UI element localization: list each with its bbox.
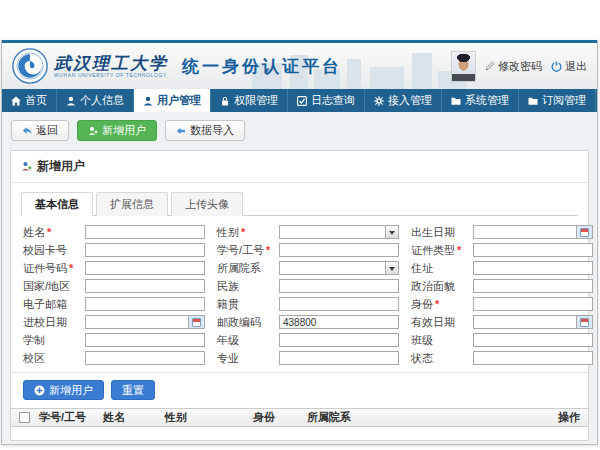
- nav-tab[interactable]: 接入管理: [365, 89, 442, 112]
- nav-tab-label: 订阅管理: [542, 93, 586, 108]
- input-control: [85, 243, 205, 257]
- change-password-label: 修改密码: [498, 59, 542, 74]
- submit-label: 新增用户: [49, 383, 93, 398]
- input-control: [85, 315, 205, 329]
- reset-button[interactable]: 重置: [111, 380, 155, 400]
- nav-tab[interactable]: 权限管理: [211, 89, 288, 112]
- text-input[interactable]: [280, 226, 385, 238]
- home-icon: [11, 96, 21, 106]
- text-input[interactable]: [86, 262, 204, 274]
- tab[interactable]: 上传头像: [171, 192, 243, 216]
- field-label: 证件类型*: [411, 243, 473, 258]
- submit-add-user-button[interactable]: 新增用户: [23, 380, 104, 400]
- text-input[interactable]: [474, 334, 592, 346]
- text-input[interactable]: [280, 316, 398, 328]
- add-user-section-icon: [21, 161, 32, 172]
- form-field: 年级: [217, 333, 399, 347]
- text-input[interactable]: [86, 226, 204, 238]
- text-input[interactable]: [86, 280, 204, 292]
- data-import-button[interactable]: 数据导入: [165, 120, 245, 141]
- nav-tab-label: 用户管理: [157, 93, 201, 108]
- nav-tab[interactable]: 系统管理: [442, 89, 519, 112]
- table-header-cell: 所属院系: [307, 410, 544, 425]
- field-label: 进校日期: [23, 315, 85, 330]
- text-input[interactable]: [474, 316, 576, 328]
- nav-tab[interactable]: 个人信息: [57, 89, 134, 112]
- field-label-text: 学号/工号: [217, 244, 264, 256]
- import-arrow-icon: [176, 126, 186, 136]
- tab[interactable]: 扩展信息: [96, 192, 168, 216]
- select-control: [279, 261, 399, 275]
- text-input[interactable]: [280, 280, 398, 292]
- text-input[interactable]: [86, 298, 204, 310]
- add-user-toolbar-button[interactable]: 新增用户: [77, 120, 157, 141]
- field-label: 政治面貌: [411, 279, 473, 294]
- calendar-button[interactable]: [576, 226, 592, 238]
- select-all-checkbox[interactable]: [19, 412, 30, 423]
- field-label-text: 民族: [217, 280, 239, 292]
- back-button[interactable]: 返回: [11, 120, 69, 141]
- nav-tab-label: 系统管理: [465, 93, 509, 108]
- nav-tab[interactable]: 日志查询: [288, 89, 365, 112]
- university-logo-icon: [12, 48, 48, 84]
- required-asterisk: *: [69, 262, 73, 274]
- toolbar: 返回 新增用户 数据导入: [2, 112, 597, 150]
- field-label: 校区: [23, 351, 85, 366]
- text-input[interactable]: [280, 262, 385, 274]
- field-label: 班级: [411, 333, 473, 348]
- text-input[interactable]: [280, 352, 398, 364]
- nav-tab-label: 权限管理: [234, 93, 278, 108]
- text-input[interactable]: [474, 244, 592, 256]
- nav-tab[interactable]: 首页: [2, 89, 57, 112]
- text-input[interactable]: [280, 244, 398, 256]
- required-asterisk: *: [266, 244, 270, 256]
- folder-icon: [451, 96, 461, 106]
- text-input[interactable]: [280, 334, 398, 346]
- nav-tab[interactable]: 订阅管理: [519, 89, 596, 112]
- input-control: [473, 315, 593, 329]
- form-field: 性别*: [217, 225, 399, 239]
- form-field: 证件类型*: [411, 243, 593, 257]
- input-control: [473, 243, 593, 257]
- field-label-text: 校园卡号: [23, 244, 67, 256]
- text-input[interactable]: [86, 334, 204, 346]
- field-label-text: 政治面貌: [411, 280, 455, 292]
- text-input[interactable]: [86, 316, 188, 328]
- field-label-text: 证件号码: [23, 262, 67, 274]
- tab[interactable]: 基本信息: [21, 192, 93, 216]
- field-label: 学制: [23, 333, 85, 348]
- nav-tab[interactable]: 用户管理: [134, 89, 211, 112]
- form-field: 专业: [217, 351, 399, 365]
- text-input[interactable]: [280, 298, 398, 310]
- field-label: 身份*: [411, 297, 473, 312]
- dropdown-arrow-icon[interactable]: [385, 226, 398, 238]
- text-input[interactable]: [474, 298, 592, 310]
- back-arrow-icon: [22, 126, 32, 136]
- calendar-button[interactable]: [188, 316, 204, 328]
- logout-link[interactable]: 退出: [551, 59, 587, 74]
- field-label-text: 住址: [411, 262, 433, 274]
- calendar-button[interactable]: [576, 316, 592, 328]
- form-field: 姓名*: [23, 225, 205, 239]
- change-password-link[interactable]: 修改密码: [485, 59, 542, 74]
- text-input[interactable]: [474, 226, 576, 238]
- text-input[interactable]: [474, 280, 592, 292]
- field-label-text: 性别: [217, 226, 239, 238]
- field-label-text: 籍贯: [217, 298, 239, 310]
- input-control: [85, 261, 205, 275]
- field-label: 状态: [411, 351, 473, 366]
- text-input[interactable]: [86, 352, 204, 364]
- field-label: 有效日期: [411, 315, 473, 330]
- input-control: [279, 351, 399, 365]
- dropdown-arrow-icon[interactable]: [385, 262, 398, 274]
- field-label-text: 姓名: [23, 226, 45, 238]
- panel-title: 新增用户: [37, 158, 85, 175]
- field-label-text: 班级: [411, 334, 433, 346]
- field-label: 专业: [217, 351, 279, 366]
- field-label: 籍贯: [217, 297, 279, 312]
- form-field: 电子邮箱: [23, 297, 205, 311]
- text-input[interactable]: [474, 352, 592, 364]
- nav-tab-label: 首页: [25, 93, 47, 108]
- text-input[interactable]: [474, 262, 592, 274]
- text-input[interactable]: [86, 244, 204, 256]
